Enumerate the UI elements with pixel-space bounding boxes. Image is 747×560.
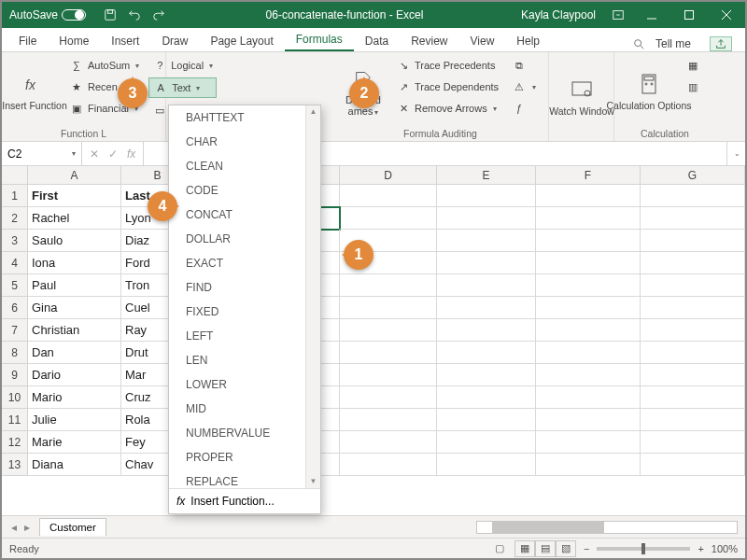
cell-G1[interactable] [641, 185, 745, 207]
row-header-5[interactable]: 5 [2, 274, 28, 297]
cell-D7[interactable] [340, 319, 437, 342]
dropdown-item-numbervalue[interactable]: NUMBERVALUE [169, 421, 320, 445]
cell-G10[interactable] [641, 386, 745, 409]
cell-E6[interactable] [437, 297, 536, 319]
row-header-13[interactable]: 13 [2, 454, 28, 476]
dropdown-item-clean[interactable]: CLEAN [169, 154, 320, 178]
cell-D9[interactable] [340, 364, 437, 386]
dropdown-item-bahttext[interactable]: BAHTTEXT [169, 105, 320, 130]
dropdown-item-proper[interactable]: PROPER [169, 445, 320, 469]
undo-icon[interactable] [127, 7, 142, 22]
cell-F6[interactable] [536, 297, 641, 319]
zoom-out-button[interactable]: − [584, 543, 589, 554]
sheet-tab-customer[interactable]: Customer [39, 518, 106, 536]
tab-file[interactable]: File [7, 30, 48, 51]
cell-D10[interactable] [340, 386, 437, 409]
cell-G4[interactable] [641, 252, 745, 274]
cell-E2[interactable] [437, 207, 536, 230]
dropdown-item-fixed[interactable]: FIXED [169, 300, 320, 324]
cell-F3[interactable] [536, 230, 641, 252]
cell-F13[interactable] [536, 454, 641, 476]
cell-A13[interactable]: Diana [28, 454, 121, 476]
row-header-6[interactable]: 6 [2, 297, 28, 319]
cell-E11[interactable] [437, 409, 536, 431]
dropdown-item-len[interactable]: LEN [169, 348, 320, 372]
calculate-now-button[interactable]: ▦ [682, 56, 704, 75]
cell-A1[interactable]: First [28, 185, 121, 207]
dropdown-item-find[interactable]: FIND [169, 275, 320, 300]
cell-E3[interactable] [437, 230, 536, 252]
cell-A5[interactable]: Paul [28, 274, 121, 297]
cell-A7[interactable]: Christian [28, 319, 121, 342]
dropdown-item-left[interactable]: LEFT [169, 324, 320, 348]
dropdown-item-dollar[interactable]: DOLLAR [169, 227, 320, 251]
dropdown-item-concat[interactable]: CONCAT [169, 203, 320, 227]
share-button[interactable] [710, 36, 732, 51]
row-header-9[interactable]: 9 [2, 364, 28, 386]
cancel-icon[interactable]: ✕ [90, 147, 99, 161]
tab-draw[interactable]: Draw [150, 30, 199, 51]
cell-A11[interactable]: Julie [28, 409, 121, 431]
dropdown-item-exact[interactable]: EXACT [169, 251, 320, 275]
cell-F2[interactable] [536, 207, 641, 230]
dropdown-item-mid[interactable]: MID [169, 397, 320, 421]
tab-help[interactable]: Help [505, 30, 551, 51]
cell-D5[interactable] [340, 274, 437, 297]
remove-arrows-button[interactable]: ✕Remove Arrows▾ [392, 99, 502, 118]
cell-F11[interactable] [536, 409, 641, 431]
show-formulas-button[interactable]: ⧉ [508, 56, 540, 75]
cell-F4[interactable] [536, 252, 641, 274]
cell-G7[interactable] [641, 319, 745, 342]
page-break-view-button[interactable]: ▧ [556, 540, 576, 557]
cell-A10[interactable]: Mario [28, 386, 121, 409]
cell-D13[interactable] [340, 454, 437, 476]
cell-A3[interactable]: Saulo [28, 230, 121, 252]
enter-icon[interactable]: ✓ [108, 147, 118, 161]
row-header-4[interactable]: 4 [2, 252, 28, 274]
cell-A4[interactable]: Iona [28, 252, 121, 274]
cell-G3[interactable] [641, 230, 745, 252]
cell-G6[interactable] [641, 297, 745, 319]
cell-E7[interactable] [437, 319, 536, 342]
row-header-2[interactable]: 2 [2, 207, 28, 230]
toggle-switch[interactable] [62, 9, 86, 21]
watch-window-button[interactable]: Watch Window [557, 56, 607, 137]
cell-E8[interactable] [437, 342, 536, 364]
select-all-corner[interactable] [2, 166, 28, 185]
row-header-11[interactable]: 11 [2, 409, 28, 431]
cell-D2[interactable] [340, 207, 437, 230]
cell-G8[interactable] [641, 342, 745, 364]
minimize-button[interactable] [633, 2, 670, 28]
cell-G13[interactable] [641, 454, 745, 476]
dropdown-item-lower[interactable]: LOWER [169, 372, 320, 397]
tab-insert[interactable]: Insert [100, 30, 150, 51]
ribbon-display-icon[interactable] [611, 7, 626, 22]
zoom-slider[interactable] [597, 547, 690, 551]
normal-view-button[interactable]: ▦ [514, 540, 535, 557]
row-header-7[interactable]: 7 [2, 319, 28, 342]
cell-G12[interactable] [641, 431, 745, 454]
name-box[interactable]: C2▾ [2, 142, 82, 165]
cell-E9[interactable] [437, 364, 536, 386]
save-icon[interactable] [103, 7, 118, 22]
cell-F1[interactable] [536, 185, 641, 207]
cell-A2[interactable]: Rachel [28, 207, 121, 230]
evaluate-formula-button[interactable]: ƒ [508, 99, 540, 118]
cell-A6[interactable]: Gina [28, 297, 121, 319]
user-name[interactable]: Kayla Claypool [514, 8, 603, 21]
cell-E13[interactable] [437, 454, 536, 476]
dropdown-item-code[interactable]: CODE [169, 178, 320, 203]
tellme-label[interactable]: Tell me [655, 37, 691, 50]
expand-formula-bar[interactable]: ⌄ [726, 142, 745, 165]
cell-E5[interactable] [437, 274, 536, 297]
col-header-D[interactable]: D [340, 166, 437, 185]
zoom-level[interactable]: 100% [712, 543, 738, 554]
row-header-3[interactable]: 3 [2, 230, 28, 252]
record-macro-icon[interactable]: ▢ [492, 541, 507, 556]
tab-review[interactable]: Review [400, 30, 458, 51]
cell-F9[interactable] [536, 364, 641, 386]
error-checking-button[interactable]: ⚠▾ [508, 77, 540, 96]
cell-A9[interactable]: Dario [28, 364, 121, 386]
cell-E4[interactable] [437, 252, 536, 274]
maximize-button[interactable] [670, 2, 708, 28]
